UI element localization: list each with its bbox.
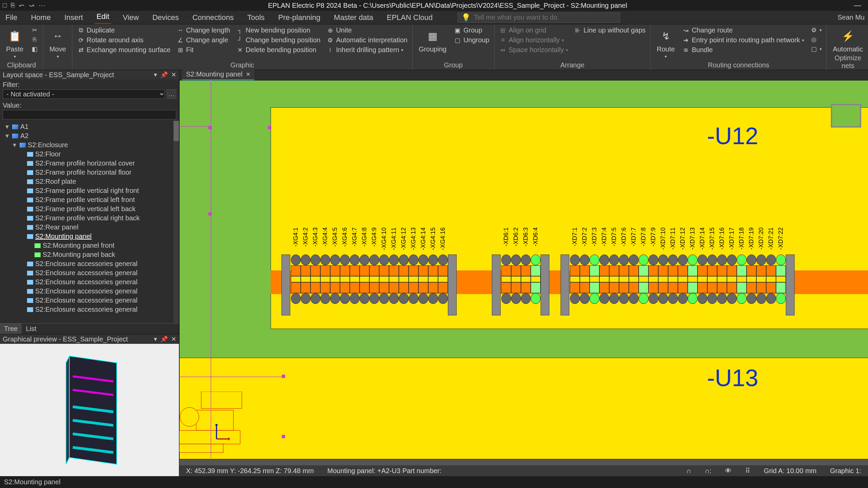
entry-point-button[interactable]: ➔Entry point into routing path network ▾ xyxy=(682,36,804,44)
terminal-block-xd6[interactable]: -XD6:1-XD6:2-XD6:3-XD6:4 xyxy=(501,254,541,304)
delete-bending-button[interactable]: ✕Delete bending position xyxy=(236,46,320,54)
route-button[interactable]: ↯ Route ▾ xyxy=(656,26,676,60)
grouping-button[interactable]: ▦ Grouping xyxy=(417,26,448,54)
tree-node[interactable]: S2:Frame profile vertical left back xyxy=(2,204,177,214)
tree-node[interactable]: S2:Frame profile vertical right front xyxy=(2,186,177,195)
visibility-icon[interactable]: 👁 xyxy=(725,467,732,475)
terminal-block-xd7[interactable]: -XD7:1-XD7:2-XD7:3-XD7:4-XD7:5-XD7:6-XD7… xyxy=(570,254,786,304)
tree-node[interactable]: S2:Roof plate xyxy=(2,177,177,186)
grid-toggle-icon[interactable]: ⠿ xyxy=(745,467,750,475)
lineup-button[interactable]: ⊪Line up without gaps xyxy=(574,26,645,34)
tree-node[interactable]: S2:Enclosure accessories general xyxy=(2,259,177,268)
change-angle-button[interactable]: ∠Change angle xyxy=(177,36,230,44)
tree-node[interactable]: S2:Enclosure accessories general xyxy=(2,296,177,305)
tab-tree[interactable]: Tree xyxy=(0,324,22,334)
change-route-button[interactable]: ↝Change route xyxy=(682,26,804,34)
paste-button[interactable]: 📋 Paste ▾ xyxy=(5,26,25,60)
new-bending-button[interactable]: ┐New bending position xyxy=(236,26,320,34)
tree-node[interactable]: S2:Mounting panel front xyxy=(2,241,177,250)
tree-node[interactable]: ▾S2:Enclosure xyxy=(2,140,177,150)
drawing-canvas[interactable]: -U12 -U13 -XG4:1-XG4:2-XG4:3-XG4:4-XG4:5… xyxy=(179,80,868,465)
tell-me-search[interactable]: 💡 xyxy=(458,13,620,23)
close-icon[interactable]: ✕ xyxy=(171,71,176,79)
tree-node[interactable]: S2:Rear panel xyxy=(2,223,177,232)
tree-node[interactable]: S2:Frame profile horizontal cover xyxy=(2,159,177,168)
menu-view[interactable]: View xyxy=(121,12,141,23)
guide-handle[interactable] xyxy=(282,375,285,378)
menu-home[interactable]: Home xyxy=(29,12,53,23)
change-bending-button[interactable]: ┘Change bending position xyxy=(236,36,320,44)
fit-button[interactable]: ⊞Fit xyxy=(177,46,230,54)
layout-tree[interactable]: ▾A1▾A2▾S2:EnclosureS2:FloorS2:Frame prof… xyxy=(0,121,179,323)
tab-list[interactable]: List xyxy=(22,324,40,334)
change-length-button[interactable]: ↔Change length xyxy=(177,26,230,34)
navigator-thumbnail[interactable] xyxy=(831,104,861,128)
tree-node[interactable]: ▾A1 xyxy=(2,122,177,131)
bundle-button[interactable]: ≋Bundle xyxy=(682,46,804,54)
ungroup-button[interactable]: ▢Ungroup xyxy=(454,36,489,44)
pin-icon[interactable]: 📌 xyxy=(160,335,168,343)
menu-edit[interactable]: Edit xyxy=(94,11,111,24)
duplicate-button[interactable]: ⧉Duplicate xyxy=(77,26,170,34)
menu-masterdata[interactable]: Master data xyxy=(332,12,375,23)
align-grid-button[interactable]: ⊞Align on grid xyxy=(499,26,568,34)
menu-insert[interactable]: Insert xyxy=(62,12,85,23)
close-tab-icon[interactable]: ✕ xyxy=(246,71,250,77)
group-button[interactable]: ▣Group xyxy=(454,26,489,34)
route-opt1-button[interactable]: ⚙▾ xyxy=(810,26,822,34)
guide-handle[interactable] xyxy=(208,212,212,216)
guide-handle[interactable] xyxy=(268,126,271,129)
copy-button[interactable]: ⎘ xyxy=(31,36,38,43)
close-icon[interactable]: ✕ xyxy=(171,335,176,343)
qat-icon[interactable]: □ xyxy=(3,1,7,9)
tree-node[interactable]: S2:Frame profile vertical right back xyxy=(2,214,177,223)
value-input[interactable] xyxy=(3,110,176,119)
filter-more-button[interactable]: … xyxy=(167,89,176,99)
tree-node[interactable]: S2:Mounting panel xyxy=(2,232,177,241)
search-input[interactable] xyxy=(474,14,616,21)
cut-button[interactable]: ✂ xyxy=(31,26,38,34)
dropdown-icon[interactable]: ▾ xyxy=(154,71,157,79)
qat-icon[interactable]: ⤻ xyxy=(29,1,35,9)
snap-icon[interactable]: ∩: xyxy=(705,467,711,475)
guide-handle[interactable] xyxy=(282,435,285,438)
move-button[interactable]: ↔ Move ▾ xyxy=(48,26,67,60)
tree-node[interactable]: S2:Enclosure accessories general xyxy=(2,278,177,287)
snap-icon[interactable]: ∩ xyxy=(686,467,691,475)
space-horiz-button[interactable]: ⇔Space horizontally ▾ xyxy=(499,46,568,54)
tree-node[interactable]: S2:Floor xyxy=(2,150,177,159)
tree-node[interactable]: S2:Frame profile vertical left front xyxy=(2,195,177,204)
menu-devices[interactable]: Devices xyxy=(150,12,181,23)
menu-cloud[interactable]: EPLAN Cloud xyxy=(385,12,435,23)
filter-select[interactable]: - Not activated - xyxy=(3,89,165,99)
tree-node[interactable]: S2:Mounting panel back xyxy=(2,250,177,259)
scroll-thumb[interactable] xyxy=(174,121,179,141)
menu-connections[interactable]: Connections xyxy=(190,12,236,23)
automatic-button[interactable]: ⚡ Automatic xyxy=(831,26,864,54)
menu-file[interactable]: File xyxy=(3,12,19,23)
exchange-surface-button[interactable]: ⇄Exchange mounting surface xyxy=(77,46,170,54)
rotate-button[interactable]: ⟳Rotate around axis xyxy=(77,36,170,44)
align-horiz-button[interactable]: ≡Align horizontally ▾ xyxy=(499,36,568,44)
menu-tools[interactable]: Tools xyxy=(245,12,267,23)
tree-node[interactable]: S2:Frame profile horizontal floor xyxy=(2,168,177,177)
pin-icon[interactable]: 📌 xyxy=(160,71,168,79)
unite-button[interactable]: ⊕Unite xyxy=(326,26,407,34)
terminal-block-xg4[interactable]: -XG4:1-XG4:2-XG4:3-XG4:4-XG4:5-XG4:6-XG4… xyxy=(291,254,448,304)
qat-icon[interactable]: ⎘ xyxy=(11,1,15,9)
minimize-icon[interactable]: — xyxy=(850,1,865,10)
auto-interp-button[interactable]: ⚙Automatic interpretation xyxy=(326,36,407,44)
user-name[interactable]: Sean Mu xyxy=(838,14,865,21)
tree-node[interactable]: S2:Enclosure accessories general xyxy=(2,268,177,278)
tree-node[interactable]: ▾A2 xyxy=(2,131,177,140)
doc-tab-mounting-panel[interactable]: S2:Mounting panel ✕ xyxy=(182,69,254,80)
tree-scrollbar[interactable] xyxy=(174,121,179,323)
route-opt3-button[interactable]: ▢▾ xyxy=(810,45,822,53)
menu-preplanning[interactable]: Pre-planning xyxy=(276,12,322,23)
tree-node[interactable]: S2:Enclosure accessories general xyxy=(2,287,177,296)
qat-icon[interactable]: ⋯ xyxy=(39,1,45,9)
eraser-button[interactable]: ◧ xyxy=(31,45,38,53)
dropdown-icon[interactable]: ▾ xyxy=(154,335,157,343)
qat-icon[interactable]: ⤺ xyxy=(19,1,25,9)
route-opt2-button[interactable]: ◎ xyxy=(810,36,822,43)
